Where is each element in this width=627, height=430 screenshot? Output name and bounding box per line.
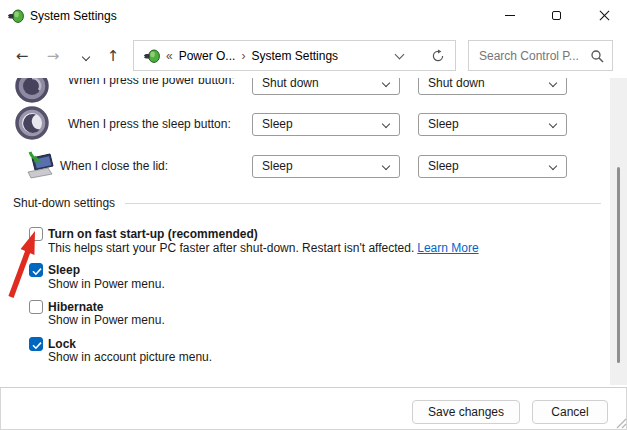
footer-divider: [0, 387, 627, 388]
refresh-icon[interactable]: [431, 49, 445, 63]
vertical-scrollbar[interactable]: [610, 78, 627, 385]
up-button[interactable]: ↑: [101, 44, 125, 68]
address-bar[interactable]: « Power O... › System Settings: [133, 40, 456, 71]
shutdown-settings-header: Shut-down settings: [13, 195, 115, 211]
forward-button[interactable]: →: [41, 44, 65, 68]
maximize-button[interactable]: [533, 1, 579, 30]
chevron-down-icon: [82, 52, 90, 60]
close-lid-plugged-select[interactable]: Sleep: [418, 155, 567, 178]
check-icon: [30, 338, 44, 352]
settings-content: When I press the power button: Shut down…: [0, 78, 627, 387]
lock-option-description: Show in account picture menu.: [48, 350, 212, 365]
power-button-label: When I press the power button:: [68, 78, 235, 88]
titlebar: System Settings: [0, 0, 627, 32]
sleep-button-label: When I press the sleep button:: [68, 116, 231, 132]
power-options-icon: [8, 8, 24, 24]
forward-icon: →: [47, 47, 60, 65]
breadcrumb-current[interactable]: System Settings: [251, 49, 338, 63]
search-input[interactable]: [479, 49, 590, 63]
sleep-button-plugged-select[interactable]: Sleep: [418, 113, 567, 136]
chevron-down-icon: [382, 162, 390, 170]
fast-startup-checkbox[interactable]: [29, 227, 43, 241]
back-icon: ←: [16, 47, 29, 65]
close-lid-label: When I close the lid:: [60, 158, 168, 174]
chevron-down-icon: [549, 79, 557, 87]
power-button-battery-select[interactable]: Shut down: [252, 78, 400, 95]
minimize-button[interactable]: [487, 1, 533, 30]
power-button-icon: [15, 78, 49, 103]
hibernate-option-description: Show in Power menu.: [48, 313, 165, 328]
search-icon[interactable]: [590, 49, 604, 63]
lock-checkbox[interactable]: [29, 337, 43, 351]
address-dropdown-chevron-icon[interactable]: [395, 49, 405, 59]
recent-locations-button[interactable]: [74, 46, 98, 70]
sleep-checkbox[interactable]: [29, 263, 43, 277]
navigation-toolbar: ← → ↑ « Power O... › System Settings: [0, 32, 627, 78]
search-box: [468, 40, 613, 71]
chevron-down-icon: [549, 162, 557, 170]
sleep-button-battery-select[interactable]: Sleep: [252, 113, 400, 136]
fast-startup-label[interactable]: Turn on fast start-up (recommended): [48, 226, 258, 242]
learn-more-link[interactable]: Learn More: [417, 241, 478, 255]
scrollbar-thumb[interactable]: [617, 167, 620, 363]
window-title: System Settings: [30, 9, 117, 23]
sleep-option-description: Show in Power menu.: [48, 277, 165, 292]
up-icon: ↑: [107, 47, 120, 65]
minimize-icon: [505, 15, 515, 16]
maximize-icon: [552, 11, 561, 20]
power-button-plugged-select[interactable]: Shut down: [418, 78, 567, 95]
close-button[interactable]: [581, 1, 627, 30]
breadcrumb-separator: ›: [241, 49, 245, 63]
close-lid-battery-select[interactable]: Sleep: [252, 155, 400, 178]
chevron-down-icon: [382, 79, 390, 87]
breadcrumb-overflow-chevrons[interactable]: «: [166, 49, 173, 63]
hibernate-checkbox[interactable]: [29, 300, 43, 314]
power-options-icon: [144, 48, 160, 64]
chevron-down-icon: [549, 120, 557, 128]
close-icon: [599, 10, 610, 21]
system-settings-window: System Settings ← → ↑ « Power O... › Sys…: [0, 0, 627, 430]
lid-icon: [22, 150, 54, 180]
check-icon: [30, 264, 44, 278]
resize-grip[interactable]: [615, 417, 627, 429]
breadcrumb-parent[interactable]: Power O...: [179, 49, 236, 63]
chevron-down-icon: [382, 120, 390, 128]
sleep-option-label[interactable]: Sleep: [48, 262, 80, 278]
cancel-button[interactable]: Cancel: [532, 400, 608, 424]
back-button[interactable]: ←: [10, 44, 34, 68]
save-changes-button[interactable]: Save changes: [412, 400, 520, 424]
section-divider: [125, 203, 601, 204]
sleep-button-icon: [15, 106, 49, 140]
fast-startup-description: This helps start your PC faster after sh…: [48, 241, 479, 256]
